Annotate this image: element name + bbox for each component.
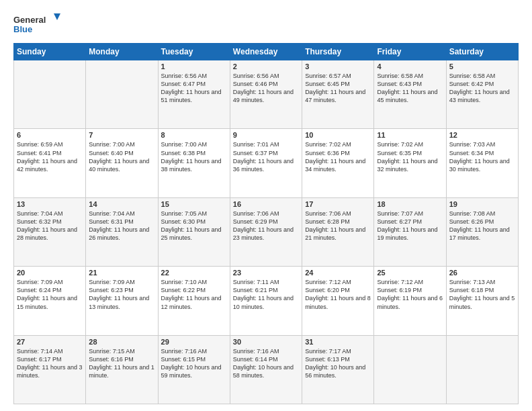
day-number: 21 — [89, 269, 154, 277]
day-number: 31 — [305, 338, 371, 346]
day-info: Sunrise: 7:07 AMSunset: 6:27 PMDaylight:… — [377, 210, 443, 242]
day-number: 25 — [377, 269, 443, 277]
day-number: 12 — [449, 131, 515, 139]
calendar-cell — [14, 60, 86, 129]
day-number: 6 — [17, 131, 83, 139]
day-info: Sunrise: 6:57 AMSunset: 6:45 PMDaylight:… — [305, 72, 371, 105]
day-number: 10 — [305, 131, 371, 139]
day-number: 26 — [449, 269, 515, 277]
day-info: Sunrise: 7:09 AMSunset: 6:24 PMDaylight:… — [17, 278, 83, 311]
day-number: 22 — [161, 269, 227, 277]
day-header-thursday: Thursday — [302, 44, 374, 60]
week-row-4: 20Sunrise: 7:09 AMSunset: 6:24 PMDayligh… — [14, 267, 519, 335]
day-info: Sunrise: 7:15 AMSunset: 6:16 PMDaylight:… — [89, 347, 154, 380]
calendar-cell: 25Sunrise: 7:12 AMSunset: 6:19 PMDayligh… — [374, 267, 446, 335]
day-number: 1 — [161, 62, 227, 71]
day-number: 16 — [233, 200, 299, 208]
day-number: 27 — [17, 338, 83, 346]
day-info: Sunrise: 6:58 AMSunset: 6:42 PMDaylight:… — [449, 72, 515, 105]
day-number: 20 — [17, 269, 83, 277]
calendar-cell: 5Sunrise: 6:58 AMSunset: 6:42 PMDaylight… — [446, 60, 518, 129]
day-number: 13 — [17, 200, 83, 208]
calendar-cell: 17Sunrise: 7:06 AMSunset: 6:28 PMDayligh… — [302, 197, 374, 266]
calendar-cell: 11Sunrise: 7:02 AMSunset: 6:35 PMDayligh… — [374, 129, 446, 197]
day-number: 9 — [233, 131, 299, 139]
page: General Blue SundayMondayTuesdayWednesda… — [0, 0, 532, 411]
calendar-cell: 1Sunrise: 6:56 AMSunset: 6:47 PMDaylight… — [158, 60, 230, 129]
day-number: 18 — [377, 200, 443, 208]
day-number: 8 — [161, 131, 227, 139]
calendar-cell: 4Sunrise: 6:58 AMSunset: 6:43 PMDaylight… — [374, 60, 446, 129]
calendar-cell: 14Sunrise: 7:04 AMSunset: 6:31 PMDayligh… — [86, 197, 158, 266]
day-info: Sunrise: 7:00 AMSunset: 6:38 PMDaylight:… — [161, 140, 227, 173]
header-row: SundayMondayTuesdayWednesdayThursdayFrid… — [14, 44, 519, 60]
day-info: Sunrise: 6:59 AMSunset: 6:41 PMDaylight:… — [17, 140, 83, 173]
day-info: Sunrise: 7:17 AMSunset: 6:13 PMDaylight:… — [305, 347, 371, 380]
calendar-cell: 29Sunrise: 7:16 AMSunset: 6:15 PMDayligh… — [158, 335, 230, 404]
day-info: Sunrise: 7:02 AMSunset: 6:35 PMDaylight:… — [377, 140, 443, 173]
calendar-cell: 12Sunrise: 7:03 AMSunset: 6:34 PMDayligh… — [446, 129, 518, 197]
day-info: Sunrise: 7:12 AMSunset: 6:19 PMDaylight:… — [377, 278, 443, 311]
day-info: Sunrise: 7:04 AMSunset: 6:31 PMDaylight:… — [89, 210, 154, 242]
calendar-cell: 22Sunrise: 7:10 AMSunset: 6:22 PMDayligh… — [158, 267, 230, 335]
calendar-cell: 20Sunrise: 7:09 AMSunset: 6:24 PMDayligh… — [14, 267, 86, 335]
calendar-cell: 8Sunrise: 7:00 AMSunset: 6:38 PMDaylight… — [158, 129, 230, 197]
day-number: 29 — [161, 338, 227, 346]
calendar-cell: 31Sunrise: 7:17 AMSunset: 6:13 PMDayligh… — [302, 335, 374, 404]
day-number: 19 — [449, 200, 515, 208]
calendar-cell: 28Sunrise: 7:15 AMSunset: 6:16 PMDayligh… — [86, 335, 158, 404]
day-number: 23 — [233, 269, 299, 277]
day-header-wednesday: Wednesday — [230, 44, 302, 60]
calendar-cell: 19Sunrise: 7:08 AMSunset: 6:26 PMDayligh… — [446, 197, 518, 266]
calendar-cell: 3Sunrise: 6:57 AMSunset: 6:45 PMDaylight… — [302, 60, 374, 129]
day-info: Sunrise: 6:56 AMSunset: 6:46 PMDaylight:… — [233, 72, 299, 105]
day-number: 11 — [377, 131, 443, 139]
calendar-cell — [86, 60, 158, 129]
day-info: Sunrise: 7:10 AMSunset: 6:22 PMDaylight:… — [161, 278, 227, 311]
day-info: Sunrise: 7:14 AMSunset: 6:17 PMDaylight:… — [17, 347, 83, 380]
day-number: 17 — [305, 200, 371, 208]
calendar-cell: 21Sunrise: 7:09 AMSunset: 6:23 PMDayligh… — [86, 267, 158, 335]
day-number: 15 — [161, 200, 227, 208]
header: General Blue — [13, 12, 519, 38]
day-info: Sunrise: 7:12 AMSunset: 6:20 PMDaylight:… — [305, 278, 371, 311]
day-info: Sunrise: 7:11 AMSunset: 6:21 PMDaylight:… — [233, 278, 299, 311]
calendar-cell: 26Sunrise: 7:13 AMSunset: 6:18 PMDayligh… — [446, 267, 518, 335]
day-info: Sunrise: 7:05 AMSunset: 6:30 PMDaylight:… — [161, 210, 227, 242]
day-info: Sunrise: 6:58 AMSunset: 6:43 PMDaylight:… — [377, 72, 443, 105]
day-header-tuesday: Tuesday — [158, 44, 230, 60]
calendar-table: SundayMondayTuesdayWednesdayThursdayFrid… — [13, 43, 519, 404]
generalblue-logo: General Blue — [13, 12, 60, 38]
day-number: 5 — [449, 62, 515, 71]
day-number: 7 — [89, 131, 154, 139]
calendar-cell: 7Sunrise: 7:00 AMSunset: 6:40 PMDaylight… — [86, 129, 158, 197]
calendar-cell: 6Sunrise: 6:59 AMSunset: 6:41 PMDaylight… — [14, 129, 86, 197]
calendar-cell: 16Sunrise: 7:06 AMSunset: 6:29 PMDayligh… — [230, 197, 302, 266]
day-info: Sunrise: 7:08 AMSunset: 6:26 PMDaylight:… — [449, 210, 515, 242]
week-row-1: 1Sunrise: 6:56 AMSunset: 6:47 PMDaylight… — [14, 60, 519, 129]
day-info: Sunrise: 7:03 AMSunset: 6:34 PMDaylight:… — [449, 140, 515, 173]
calendar-cell: 27Sunrise: 7:14 AMSunset: 6:17 PMDayligh… — [14, 335, 86, 404]
day-info: Sunrise: 6:56 AMSunset: 6:47 PMDaylight:… — [161, 72, 227, 105]
day-header-friday: Friday — [374, 44, 446, 60]
day-number: 14 — [89, 200, 154, 208]
calendar-cell: 2Sunrise: 6:56 AMSunset: 6:46 PMDaylight… — [230, 60, 302, 129]
calendar-cell: 23Sunrise: 7:11 AMSunset: 6:21 PMDayligh… — [230, 267, 302, 335]
day-info: Sunrise: 7:00 AMSunset: 6:40 PMDaylight:… — [89, 140, 154, 173]
day-info: Sunrise: 7:16 AMSunset: 6:15 PMDaylight:… — [161, 347, 227, 380]
day-header-monday: Monday — [86, 44, 158, 60]
day-info: Sunrise: 7:06 AMSunset: 6:29 PMDaylight:… — [233, 210, 299, 242]
day-number: 4 — [377, 62, 443, 71]
calendar-cell: 9Sunrise: 7:01 AMSunset: 6:37 PMDaylight… — [230, 129, 302, 197]
calendar-cell: 15Sunrise: 7:05 AMSunset: 6:30 PMDayligh… — [158, 197, 230, 266]
day-number: 30 — [233, 338, 299, 346]
svg-marker-2 — [54, 13, 60, 20]
day-info: Sunrise: 7:13 AMSunset: 6:18 PMDaylight:… — [449, 278, 515, 311]
week-row-3: 13Sunrise: 7:04 AMSunset: 6:32 PMDayligh… — [14, 197, 519, 266]
day-info: Sunrise: 7:09 AMSunset: 6:23 PMDaylight:… — [89, 278, 154, 311]
day-number: 3 — [305, 62, 371, 71]
svg-text:Blue: Blue — [13, 24, 32, 34]
week-row-5: 27Sunrise: 7:14 AMSunset: 6:17 PMDayligh… — [14, 335, 519, 404]
day-info: Sunrise: 7:06 AMSunset: 6:28 PMDaylight:… — [305, 210, 371, 242]
svg-text:General: General — [13, 15, 46, 25]
